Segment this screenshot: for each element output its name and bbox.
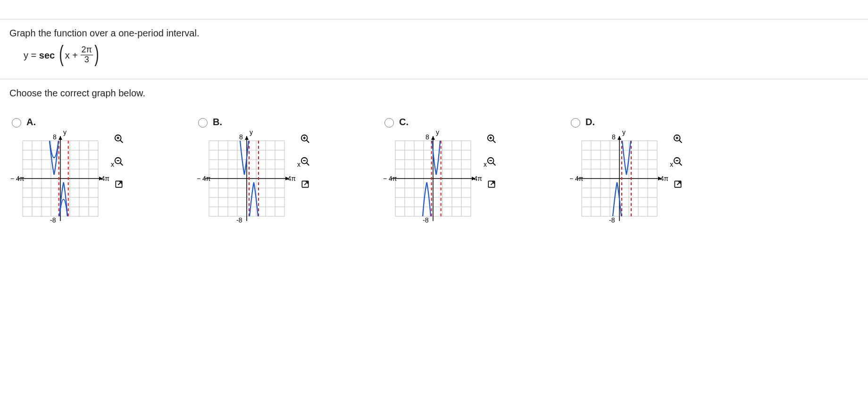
option-a-radio-label[interactable]: A. — [9, 117, 125, 128]
zoom-in-icon[interactable] — [671, 132, 684, 145]
eq-inside-pre: x + — [65, 50, 81, 60]
eq-fraction: 2π3 — [81, 45, 93, 65]
axis-neg-x: − 4π — [197, 175, 211, 182]
option-b: B. — [196, 117, 382, 226]
option-c-radio-label[interactable]: C. — [382, 117, 498, 128]
popout-icon[interactable] — [112, 178, 125, 191]
svg-line-88 — [493, 140, 496, 143]
axis-pos-x: 4π — [101, 175, 109, 182]
svg-marker-52 — [245, 136, 249, 140]
axis-8-bot: -8 — [423, 216, 428, 224]
popout-icon[interactable] — [299, 178, 312, 191]
axis-neg-x: − 4π — [10, 175, 25, 182]
svg-line-95 — [491, 182, 494, 185]
svg-marker-20 — [58, 136, 62, 140]
axis-x-label: x — [297, 161, 300, 168]
option-a-letter: A. — [26, 117, 36, 128]
zoom-out-icon[interactable] — [299, 155, 312, 168]
option-a: A. — [9, 117, 196, 226]
options-row: A. — [0, 107, 868, 226]
svg-line-31 — [118, 182, 121, 185]
option-b-letter: B. — [213, 117, 222, 128]
option-a-graph: − 4π 4π y x 8 -8 — [13, 131, 108, 226]
axis-8-bot: -8 — [50, 216, 56, 224]
svg-line-127 — [677, 182, 680, 185]
option-b-radio[interactable] — [198, 118, 208, 128]
function-equation: y = sec (x + 2π3) — [9, 46, 859, 70]
eq-lhs: y = — [24, 50, 39, 60]
zoom-in-icon[interactable] — [112, 132, 125, 145]
axis-neg-x: − 4π — [383, 175, 397, 182]
axis-pos-x: 4π — [660, 175, 668, 182]
eq-func: sec — [39, 50, 55, 60]
svg-marker-116 — [618, 136, 621, 140]
svg-line-63 — [304, 182, 308, 185]
axis-8-bot: -8 — [236, 216, 242, 224]
axis-8-top: 8 — [53, 133, 57, 141]
svg-line-120 — [679, 140, 682, 143]
option-d: D. — [568, 117, 755, 226]
axis-8-bot: -8 — [609, 216, 615, 224]
axis-x-label: x — [484, 161, 487, 168]
axis-pos-x: 4π — [288, 175, 296, 182]
option-d-graph: − 4π 4π y x 8 -8 — [572, 131, 667, 226]
option-d-radio-label[interactable]: D. — [568, 117, 684, 128]
option-c-radio[interactable] — [384, 118, 394, 128]
axis-y-label: y — [250, 128, 253, 136]
svg-marker-84 — [431, 136, 435, 140]
option-d-radio[interactable] — [571, 118, 580, 128]
axis-y-label: y — [622, 128, 626, 136]
zoom-in-icon[interactable] — [299, 132, 312, 145]
axis-y-label: y — [63, 128, 67, 136]
option-b-graph: − 4π 4π y x 8 -8 — [200, 131, 294, 226]
axis-pos-x: 4π — [474, 175, 482, 182]
axis-y-label: y — [436, 128, 439, 136]
frac-den: 3 — [83, 55, 90, 65]
svg-line-124 — [679, 162, 682, 165]
axis-x-label: x — [670, 161, 673, 168]
svg-line-24 — [120, 140, 123, 143]
axis-x-label: x — [111, 161, 114, 168]
frac-num: 2π — [81, 45, 93, 55]
popout-icon[interactable] — [671, 178, 684, 191]
option-c: C. — [382, 117, 568, 226]
option-c-graph: − 4π 4π y x 8 -8 — [386, 131, 480, 226]
axis-8-top: 8 — [612, 133, 616, 141]
zoom-out-icon[interactable] — [112, 155, 125, 168]
zoom-out-icon[interactable] — [485, 155, 498, 168]
option-b-radio-label[interactable]: B. — [196, 117, 312, 128]
popout-icon[interactable] — [485, 178, 498, 191]
svg-line-28 — [120, 162, 123, 165]
axis-neg-x: − 4π — [569, 175, 584, 182]
svg-line-56 — [307, 140, 309, 143]
question-prompt: Graph the function over a one-period int… — [9, 28, 859, 39]
zoom-out-icon[interactable] — [671, 155, 684, 168]
choose-label: Choose the correct graph below. — [9, 88, 859, 99]
svg-line-60 — [307, 162, 309, 165]
axis-8-top: 8 — [426, 133, 429, 141]
zoom-in-icon[interactable] — [485, 132, 498, 145]
option-a-radio[interactable] — [12, 118, 21, 128]
option-d-letter: D. — [585, 117, 595, 128]
option-c-letter: C. — [399, 117, 409, 128]
axis-8-top: 8 — [239, 133, 243, 141]
svg-line-92 — [493, 162, 496, 165]
